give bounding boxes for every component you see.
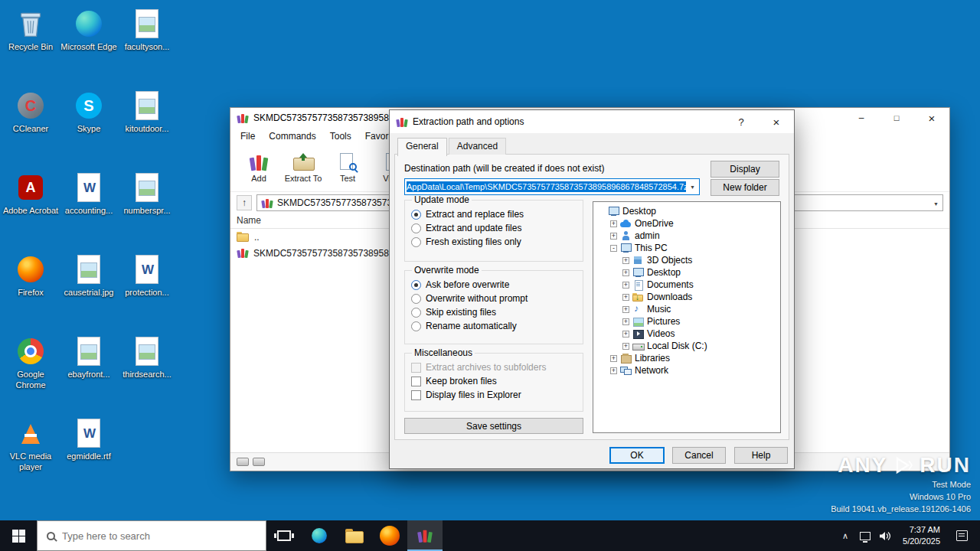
up-one-level-icon[interactable] (237, 195, 252, 210)
ok-button[interactable]: OK (609, 447, 665, 464)
taskbar-firefox[interactable] (372, 520, 407, 551)
desktop-icon-accounting[interactable]: accounting... (60, 168, 118, 250)
action-center-button[interactable] (948, 520, 975, 551)
taskbar-edge[interactable] (302, 520, 337, 551)
desktop-icon-label: kitoutdoor... (126, 124, 169, 135)
taskbar-clock[interactable]: 7:37 AM 5/20/2025 (895, 524, 948, 547)
radio-extract-and-update-files[interactable]: Extract and update files (411, 223, 577, 233)
new-folder-button[interactable]: New folder (710, 179, 779, 196)
desktop-icon-causetrial[interactable]: causetrial.jpg (60, 250, 118, 332)
desktop-icon-label: Google Chrome (2, 370, 59, 391)
add-button[interactable]: Add (237, 147, 281, 190)
checkbox-display-files-in-explorer[interactable]: Display files in Explorer (411, 390, 577, 400)
radio-rename-automatically[interactable]: Rename automatically (411, 321, 577, 331)
tree-item-network[interactable]: + Network (593, 364, 780, 377)
desktop-icon-google-chrome[interactable]: Google Chrome (2, 332, 60, 414)
radio-overwrite-without-prompt[interactable]: Overwrite without prompt (411, 293, 577, 304)
desktop-icon-vlc[interactable]: VLC media player (2, 414, 60, 496)
menu-file[interactable]: File (234, 129, 262, 144)
anyrun-watermark: ANY RUN Test Mode Windows 10 Pro Build 1… (831, 453, 971, 516)
expander-icon[interactable]: + (622, 282, 629, 289)
expander-icon[interactable]: + (622, 331, 629, 337)
tree-item-this-pc[interactable]: - This PC (593, 242, 780, 254)
extract-to-button[interactable]: Extract To (281, 147, 325, 190)
tree-item-music[interactable]: + Music (593, 303, 780, 315)
help-icon[interactable] (724, 110, 759, 133)
radio-ask-before-overwrite[interactable]: Ask before overwrite (411, 279, 577, 290)
start-button[interactable] (0, 520, 37, 551)
cancel-button[interactable]: Cancel (672, 447, 726, 464)
dialog-tabs: General Advanced (397, 138, 508, 155)
close-icon[interactable] (759, 110, 794, 133)
tab-general[interactable]: General (397, 138, 447, 156)
radio-skip-existing-files[interactable]: Skip existing files (411, 307, 577, 318)
desktop-icon-thirdsearch[interactable]: thirdsearch... (118, 332, 176, 414)
radio-fresh-existing-files-only[interactable]: Fresh existing files only (411, 236, 577, 247)
user-folder-icon (620, 230, 632, 241)
expander-icon[interactable]: + (610, 367, 617, 374)
desktop-icon-protection[interactable]: protection... (118, 250, 176, 332)
tree-item-libraries[interactable]: + Libraries (593, 352, 780, 364)
radio-extract-and-replace-files[interactable]: Extract and replace files (411, 209, 577, 220)
expander-icon[interactable]: + (610, 355, 617, 362)
maximize-icon[interactable] (879, 108, 914, 128)
expander-icon[interactable]: + (610, 220, 617, 227)
desktop-icon-egmiddle[interactable]: egmiddle.rtf (60, 414, 118, 496)
expander-icon[interactable]: + (622, 269, 629, 276)
desktop-icon-firefox[interactable]: Firefox (2, 250, 60, 332)
volume-icon[interactable] (875, 520, 895, 551)
image-file-icon (136, 91, 158, 120)
tree-item-documents[interactable]: + Documents (593, 279, 780, 291)
menu-commands[interactable]: Commands (262, 129, 322, 144)
desktop-icon-skype[interactable]: Skype (60, 86, 118, 168)
display-button[interactable]: Display (710, 161, 779, 178)
column-name[interactable]: Name (230, 214, 399, 228)
network-icon[interactable] (855, 520, 875, 551)
desktop-icon-ebayfront[interactable]: ebayfront... (60, 332, 118, 414)
tree-item-downloads[interactable]: + Downloads (593, 291, 780, 303)
task-view-button[interactable] (266, 520, 302, 551)
tab-advanced[interactable]: Advanced (449, 138, 506, 155)
menu-tools[interactable]: Tools (323, 129, 358, 144)
expander-icon[interactable]: + (622, 306, 629, 313)
expander-icon[interactable]: + (622, 294, 629, 301)
tree-item-local-disk-c[interactable]: + Local Disk (C:) (593, 340, 780, 352)
search-input[interactable] (62, 530, 246, 542)
desktop-icon-ccleaner[interactable]: CCleaner (2, 86, 60, 168)
checkbox-keep-broken-files[interactable]: Keep broken files (411, 376, 577, 386)
minimize-icon[interactable] (844, 108, 879, 128)
tree-item-desktop-folder[interactable]: + Desktop (593, 266, 780, 279)
desktop-icon-recycle-bin[interactable]: Recycle Bin (2, 5, 60, 86)
expander-icon[interactable]: + (622, 343, 629, 350)
tree-item-desktop[interactable]: Desktop (593, 205, 780, 217)
destination-path-combobox[interactable]: AppData\Local\Temp\SKMDC5735757735873573… (404, 178, 700, 195)
taskbar-search[interactable] (37, 520, 266, 551)
expander-icon[interactable]: - (610, 245, 617, 252)
expander-icon[interactable]: + (610, 233, 617, 240)
save-settings-button[interactable]: Save settings (404, 418, 583, 434)
tree-item-3d-objects[interactable]: + 3D Objects (593, 254, 780, 266)
tree-item-admin[interactable]: + admin (593, 230, 780, 242)
desktop-icon-facultyson[interactable]: facultyson... (118, 5, 176, 86)
taskbar-file-explorer[interactable] (337, 520, 372, 551)
taskbar-winrar[interactable] (407, 520, 443, 551)
test-button[interactable]: Test (325, 147, 370, 190)
anyrun-logo: ANY RUN (831, 453, 971, 478)
tree-item-pictures[interactable]: + Pictures (593, 315, 780, 328)
desktop-icon-adobe-acrobat[interactable]: Adobe Acrobat (2, 168, 60, 250)
tree-item-onedrive[interactable]: + OneDrive (593, 217, 780, 230)
tree-item-videos[interactable]: + Videos (593, 328, 780, 340)
combo-dropdown-icon[interactable] (686, 179, 699, 194)
help-button[interactable]: Help (734, 447, 788, 464)
hidden-icons-chevron[interactable] (835, 520, 855, 551)
tree-label: This PC (635, 243, 668, 253)
desktop-icon-kitoutdoor[interactable]: kitoutdoor... (118, 86, 176, 168)
winrar-caption-buttons (844, 108, 949, 128)
tree-label: Documents (647, 279, 694, 290)
desktop-icon-microsoft-edge[interactable]: Microsoft Edge (60, 5, 118, 86)
expander-icon[interactable]: + (622, 318, 629, 325)
desktop-icon-numberspr[interactable]: numberspr... (118, 168, 176, 250)
close-icon[interactable] (914, 108, 949, 128)
expander-icon[interactable]: + (622, 257, 629, 264)
chevron-down-icon[interactable] (933, 197, 939, 208)
